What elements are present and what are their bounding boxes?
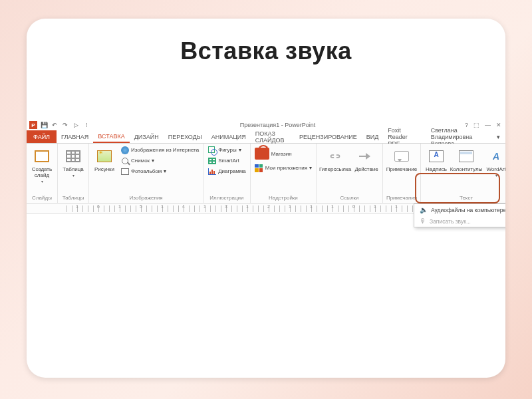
- globe-icon: [121, 146, 129, 154]
- new-slide-icon: [35, 150, 49, 162]
- tab-foxit[interactable]: Foxit Reader PDF: [383, 130, 425, 143]
- user-dropdown-icon: ▾: [497, 134, 500, 140]
- tab-review[interactable]: РЕЦЕНЗИРОВАНИЕ: [295, 130, 362, 143]
- tab-view[interactable]: ВИД: [362, 130, 384, 143]
- tab-insert[interactable]: ВСТАВКА: [93, 130, 129, 143]
- pictures-button[interactable]: Рисунки: [92, 145, 117, 173]
- new-slide-button[interactable]: Создать слайд ▾: [29, 145, 55, 184]
- chevron-down-icon: ▾: [72, 173, 74, 178]
- qat-start-slideshow-icon[interactable]: ▷: [72, 121, 80, 129]
- header-footer-button[interactable]: Колонтитулы: [451, 145, 481, 173]
- qat-customize-icon[interactable]: ⁝: [82, 121, 90, 129]
- group-links: Гиперссылка Действие Ссылки: [317, 144, 383, 203]
- microphone-icon: 🎙: [420, 217, 426, 225]
- audio-from-file-item[interactable]: 🔈 Аудиофайлы на компьютере...: [414, 204, 505, 215]
- powerpoint-window: P 💾 ↶ ↷ ▷ ⁝ Презентация1 - PowerPoint ? …: [27, 120, 505, 231]
- group-tables: Таблица ▾ Таблицы: [58, 144, 89, 203]
- smartart-icon: [208, 158, 216, 164]
- tab-design[interactable]: ДИЗАЙН: [130, 130, 164, 143]
- action-button[interactable]: Действие: [353, 145, 380, 173]
- table-button[interactable]: Таблица ▾: [61, 145, 86, 178]
- shapes-icon: [208, 146, 216, 154]
- group-addins: Магазин Мои приложения ▾ Надстройки: [251, 144, 317, 203]
- screenshot-button[interactable]: Снимок ▾: [119, 156, 200, 166]
- wordart-button[interactable]: A WordArt ▾: [483, 145, 505, 178]
- textbox-icon: A: [429, 150, 444, 162]
- chevron-down-icon: ▾: [164, 168, 166, 174]
- chevron-down-icon: ▾: [309, 165, 312, 171]
- app-icon: P: [29, 121, 37, 129]
- store-icon: [255, 148, 269, 160]
- group-label: Таблицы: [61, 194, 86, 203]
- chevron-down-icon: ▾: [152, 158, 154, 164]
- apps-icon: [255, 164, 263, 172]
- chevron-down-icon: ▾: [41, 179, 43, 184]
- comment-button[interactable]: Примечание: [386, 145, 418, 173]
- pictures-icon: [97, 150, 112, 162]
- store-button[interactable]: Магазин: [253, 145, 313, 162]
- tab-transitions[interactable]: ПЕРЕХОДЫ: [164, 130, 207, 143]
- group-label: Текст: [424, 194, 505, 203]
- comment-icon: [394, 151, 409, 162]
- group-label: Надстройки: [253, 194, 313, 203]
- group-slides: Создать слайд ▾ Слайды: [27, 144, 58, 203]
- ribbon-insert: Создать слайд ▾ Слайды Таблица ▾ Таблицы: [27, 144, 505, 203]
- close-icon[interactable]: ✕: [496, 122, 501, 128]
- group-label: Примечания: [386, 194, 418, 203]
- hyperlink-icon: [328, 152, 342, 161]
- group-label: Изображения: [92, 194, 200, 203]
- group-label: Иллюстрации: [206, 194, 247, 203]
- qat-redo-icon[interactable]: ↷: [61, 121, 69, 129]
- qat-undo-icon[interactable]: ↶: [51, 121, 59, 129]
- shapes-button[interactable]: Фигуры ▾: [206, 145, 247, 155]
- chart-icon: [208, 168, 216, 175]
- speaker-icon: 🔈: [420, 206, 428, 213]
- tab-file[interactable]: ФАЙЛ: [27, 130, 57, 143]
- table-icon: [66, 150, 80, 162]
- group-label: Ссылки: [319, 194, 380, 203]
- chevron-down-icon: ▾: [495, 173, 497, 178]
- photo-album-icon: [121, 168, 129, 175]
- qat-save-icon[interactable]: 💾: [40, 121, 48, 129]
- audio-dropdown: 🔈 Аудиофайлы на компьютере... 🎙 Записать…: [414, 203, 505, 227]
- chart-button[interactable]: Диаграмма: [206, 166, 247, 176]
- textbox-button[interactable]: A Надпись: [424, 145, 449, 173]
- slide-card: Вставка звука P 💾 ↶ ↷ ▷ ⁝ Презентация1 -…: [27, 19, 505, 378]
- smartart-button[interactable]: SmartArt: [206, 156, 247, 166]
- tab-home[interactable]: ГЛАВНАЯ: [57, 130, 93, 143]
- group-illustrations: Фигуры ▾ SmartArt Диаграмма Иллюстр: [203, 144, 251, 203]
- screenshot-icon: [122, 158, 128, 164]
- group-label: Слайды: [29, 194, 55, 203]
- ribbon-tabs: ФАЙЛ ГЛАВНАЯ ВСТАВКА ДИЗАЙН ПЕРЕХОДЫ АНИ…: [27, 130, 505, 144]
- chevron-down-icon: ▾: [239, 147, 241, 153]
- my-apps-button[interactable]: Мои приложения ▾: [253, 163, 313, 173]
- group-comments: Примечание Примечания: [383, 144, 421, 203]
- record-audio-item[interactable]: 🎙 Записать звук...: [414, 215, 505, 227]
- wordart-icon: A: [488, 150, 504, 162]
- page-title: Вставка звука: [27, 37, 505, 65]
- header-footer-icon: [459, 150, 473, 162]
- group-text: A Надпись Колонтитулы A WordArt ▾ Текст: [421, 144, 505, 203]
- action-icon: [359, 150, 374, 162]
- tab-slideshow[interactable]: ПОКАЗ СЛАЙДОВ: [251, 130, 295, 143]
- group-images: Рисунки Изображения из Интернета Снимок …: [89, 144, 203, 203]
- online-pictures-button[interactable]: Изображения из Интернета: [119, 145, 200, 155]
- tab-animations[interactable]: АНИМАЦИЯ: [207, 130, 251, 143]
- photo-album-button[interactable]: Фотоальбом ▾: [119, 166, 200, 176]
- hyperlink-button[interactable]: Гиперссылка: [319, 145, 351, 173]
- signed-in-user[interactable]: Светлана Владимировна Вепрева ▾: [426, 130, 505, 143]
